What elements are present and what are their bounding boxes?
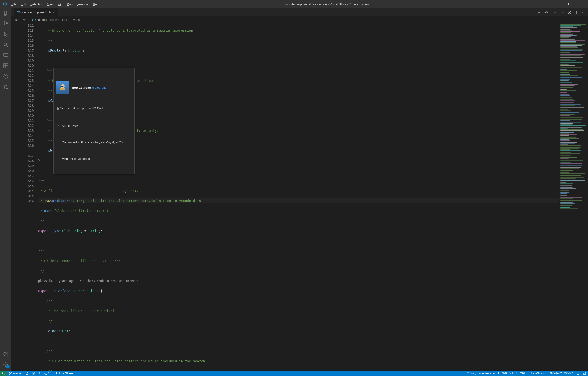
namespace-icon: { } xyxy=(68,18,71,21)
svg-point-20 xyxy=(538,13,539,14)
svg-point-5 xyxy=(6,35,8,36)
search-icon[interactable] xyxy=(2,42,9,48)
menu-file[interactable]: FFileile xyxy=(10,1,18,7)
gitlens-icon[interactable] xyxy=(2,73,9,80)
minimap[interactable] xyxy=(559,23,588,371)
ts-version[interactable]: 3.9.0-dev.20200427 xyxy=(546,371,575,376)
split-editor-icon[interactable] xyxy=(575,10,578,14)
svg-point-15 xyxy=(7,88,8,89)
settings-badge: 1 xyxy=(6,365,10,368)
svg-point-29 xyxy=(63,86,64,87)
svg-point-30 xyxy=(9,372,10,373)
svg-rect-10 xyxy=(6,66,8,68)
title-bar: FFileile Edit Selection View Go Run Term… xyxy=(0,0,588,8)
typescript-icon: TS xyxy=(30,18,34,21)
chevron-right-icon: › xyxy=(21,18,22,21)
chevron-right-icon: › xyxy=(28,18,29,21)
maximize-button[interactable] xyxy=(564,0,575,8)
line-number-gutter: 3123133143153163173183193203213223233243… xyxy=(11,23,38,371)
git-blame-status[interactable]: You, 3 minutes ago xyxy=(465,371,496,376)
hover-username[interactable]: roblourens xyxy=(92,86,107,89)
language-mode[interactable]: TypeScript xyxy=(529,371,546,376)
breadcrumb-symbol[interactable]: 'vscode' xyxy=(73,18,84,21)
prev-change-icon[interactable] xyxy=(545,10,548,14)
compare-icon[interactable] xyxy=(537,10,541,14)
sync-button[interactable] xyxy=(24,371,30,376)
svg-point-28 xyxy=(62,86,63,87)
menu-go[interactable]: Go xyxy=(56,1,64,7)
tab-label: vscode.proposed.d.ts xyxy=(22,10,52,14)
extensions-icon[interactable] xyxy=(2,63,9,69)
git-branch[interactable]: master xyxy=(7,371,24,376)
svg-point-3 xyxy=(4,25,5,26)
hover-org: Member of Microsoft xyxy=(62,156,90,161)
menu-edit[interactable]: Edit xyxy=(19,1,28,7)
location-icon: ⌖ xyxy=(56,123,60,128)
explorer-icon[interactable] xyxy=(2,10,9,17)
svg-point-17 xyxy=(5,353,6,354)
tab-active[interactable]: TS vscode.proposed.d.ts × xyxy=(14,8,58,16)
svg-rect-0 xyxy=(557,4,560,4)
commit-icon: ⇣ xyxy=(56,140,60,145)
nav-back-icon[interactable]: ◦← xyxy=(552,10,556,14)
codelens[interactable]: pkoushik, 2 years ago | 3 authors (Rob L… xyxy=(38,279,138,282)
avatar xyxy=(56,81,69,94)
hover-commit: Committed to this repository on May 4, 2… xyxy=(62,140,123,145)
close-button[interactable] xyxy=(575,0,586,8)
org-icon: ☖ xyxy=(56,156,60,161)
menu-view[interactable]: View xyxy=(46,1,56,7)
breadcrumbs[interactable]: src › vs › TS vscode.proposed.d.ts › { }… xyxy=(11,16,588,23)
chevron-right-icon: › xyxy=(66,18,67,21)
github-user-hover: Rob Lourensroblourens @Microsoft develop… xyxy=(53,68,135,174)
svg-point-14 xyxy=(4,88,5,89)
problems[interactable]: ⓧ0 ⚠0 ⓘ10 xyxy=(30,371,53,376)
menu-selection[interactable]: Selection xyxy=(28,1,45,7)
eol-indicator[interactable]: CRLF xyxy=(518,371,529,376)
editor-actions: ◦← ◦→ ··· xyxy=(537,8,588,16)
source-control-icon[interactable] xyxy=(2,21,9,27)
window-title: vscode.proposed.d.ts - vscode - Visual S… xyxy=(101,2,553,6)
svg-rect-9 xyxy=(4,66,5,68)
menu-run[interactable]: Run xyxy=(65,1,75,7)
remote-indicator[interactable] xyxy=(0,371,7,376)
breadcrumb-item[interactable]: vs xyxy=(23,18,26,21)
svg-point-18 xyxy=(5,364,6,365)
svg-point-2 xyxy=(4,22,5,23)
editor-area: TS vscode.proposed.d.ts × ◦← ◦→ ··· src … xyxy=(11,8,588,371)
svg-rect-11 xyxy=(6,63,8,65)
remote-explorer-icon[interactable] xyxy=(2,52,9,59)
minimize-button[interactable] xyxy=(553,0,564,8)
live-share[interactable]: Live Share xyxy=(53,371,74,376)
account-icon[interactable] xyxy=(2,351,9,357)
svg-point-13 xyxy=(4,85,5,86)
feedback-icon[interactable] xyxy=(575,371,581,376)
svg-point-22 xyxy=(546,12,548,13)
svg-point-33 xyxy=(467,372,469,374)
settings-gear-icon[interactable]: 1 xyxy=(2,361,9,368)
activity-bar: 1 xyxy=(0,8,11,371)
svg-point-31 xyxy=(9,374,10,375)
menu-help[interactable]: Help xyxy=(91,1,101,7)
breadcrumb-item[interactable]: src xyxy=(15,18,19,21)
svg-point-21 xyxy=(540,12,541,13)
svg-point-6 xyxy=(4,43,7,46)
run-icon[interactable] xyxy=(567,10,571,14)
code-editor[interactable]: 3123133143153163173183193203213223233243… xyxy=(11,23,559,371)
code-content[interactable]: * Whether or not `pattern` should be int… xyxy=(38,23,559,371)
notifications-icon[interactable] xyxy=(581,371,588,376)
status-bar: master ⓧ0 ⚠0 ⓘ10 Live Share You, 3 minut… xyxy=(0,371,588,376)
typescript-icon: TS xyxy=(17,11,21,14)
breadcrumb-item[interactable]: vscode.proposed.d.ts xyxy=(35,18,65,21)
close-icon[interactable]: × xyxy=(53,10,55,14)
github-pr-icon[interactable] xyxy=(2,84,9,90)
run-debug-icon[interactable] xyxy=(2,31,9,38)
hover-bio: @Microsoft developer on VS Code xyxy=(54,106,134,113)
vscode-logo-icon xyxy=(3,2,7,6)
more-icon[interactable]: ··· xyxy=(582,10,585,14)
svg-point-19 xyxy=(538,11,539,12)
cursor-position[interactable]: Ln 329, Col 87 xyxy=(496,371,518,376)
nav-fwd-icon[interactable]: ◦→ xyxy=(560,10,564,14)
svg-point-34 xyxy=(577,372,579,375)
menu-terminal[interactable]: Terminal xyxy=(75,1,90,7)
window-controls xyxy=(553,0,586,8)
